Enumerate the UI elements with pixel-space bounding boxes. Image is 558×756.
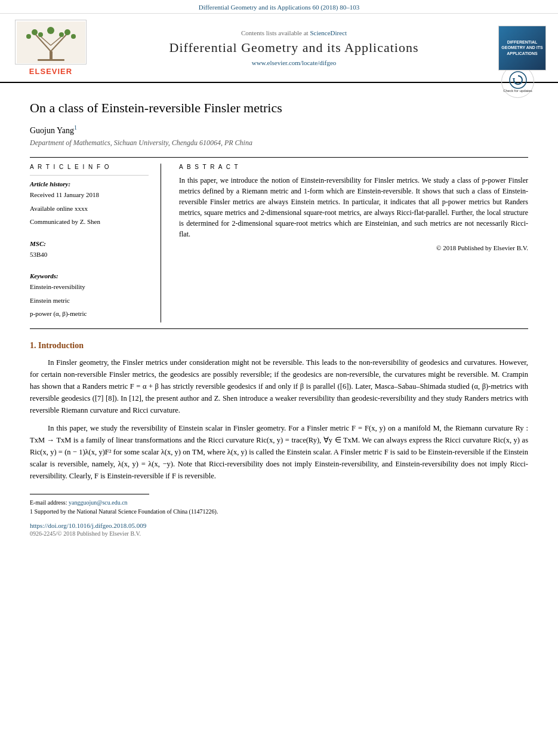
journal-bar: Differential Geometry and its Applicatio… xyxy=(0,0,558,14)
abstract-heading: A B S T R A C T xyxy=(179,164,528,170)
available-online: Available online xxxx xyxy=(30,204,149,214)
sciencedirect-anchor[interactable]: ScienceDirect xyxy=(310,29,347,36)
doi-link[interactable]: https://doi.org/10.1016/j.difgeo.2018.05… xyxy=(30,522,528,529)
svg-rect-1 xyxy=(50,51,53,60)
article-info-column: A R T I C L E I N F O Article history: R… xyxy=(30,164,161,322)
svg-point-9 xyxy=(59,32,64,37)
elsevier-label: ELSEVIER xyxy=(29,67,72,76)
introduction-paragraph-2: In this paper, we study the reversibilit… xyxy=(30,422,528,482)
footnote-1: 1 Supported by the National Natural Scie… xyxy=(30,507,528,516)
author-line: Guojun Yang1 xyxy=(30,124,528,136)
msc-value: 53B40 xyxy=(30,250,149,260)
svg-point-8 xyxy=(38,32,43,37)
svg-point-7 xyxy=(64,29,70,35)
article-title: On a class of Einstein-reversible Finsle… xyxy=(30,100,528,117)
copyright-line: © 2018 Published by Elsevier B.V. xyxy=(179,244,528,251)
svg-point-11 xyxy=(26,34,31,39)
svg-point-14 xyxy=(510,72,526,88)
keyword-1: Einstein-reversibility xyxy=(30,282,149,292)
keywords-label: Keywords: xyxy=(30,272,149,279)
check-updates-label: Check for updates xyxy=(503,89,532,93)
communicated-by: Communicated by Z. Shen xyxy=(30,217,149,227)
journal-cover-logo: DIFFERENTIAL GEOMETRY AND ITS APPLICATIO… xyxy=(498,26,546,70)
email-label: E-mail address: xyxy=(30,499,67,506)
email-link[interactable]: yangguojun@scu.edu.cn xyxy=(69,499,128,506)
introduction-heading: 1. Introduction xyxy=(30,341,528,351)
article-info-heading: A R T I C L E I N F O xyxy=(30,164,149,170)
history-label: Article history: xyxy=(30,180,149,188)
title-rule xyxy=(30,157,528,158)
info-rule xyxy=(30,175,149,176)
sciencedirect-link: Contents lists available at ScienceDirec… xyxy=(95,29,492,36)
svg-point-6 xyxy=(32,29,38,35)
author-name: Guojun Yang xyxy=(30,125,74,134)
svg-point-10 xyxy=(47,27,54,34)
abstract-rule xyxy=(30,328,528,329)
elsevier-tree-logo xyxy=(15,20,87,64)
introduction-paragraph-1: In Finsler geometry, the Finsler metrics… xyxy=(30,357,528,416)
footer-rule xyxy=(30,494,149,494)
info-section: A R T I C L E I N F O Article history: R… xyxy=(30,164,528,322)
elsevier-logo: ELSEVIER xyxy=(12,20,90,76)
journal-center: Contents lists available at ScienceDirec… xyxy=(95,29,492,66)
issn-line: 0926-2245/© 2018 Published by Elsevier B… xyxy=(30,530,528,537)
affiliation: Department of Mathematics, Sichuan Unive… xyxy=(30,139,528,147)
journal-header: ELSEVIER Contents lists available at Sci… xyxy=(0,14,558,83)
main-content: Check for updates On a class of Einstein… xyxy=(0,83,558,549)
journal-cover-text: DIFFERENTIAL GEOMETRY AND ITS APPLICATIO… xyxy=(501,39,543,56)
keyword-2: Einstein metric xyxy=(30,296,149,306)
footnote-email: E-mail address: yangguojun@scu.edu.cn xyxy=(30,498,528,507)
journal-url: www.elsevier.com/locate/difgeo xyxy=(95,59,492,66)
updates-icon xyxy=(509,71,527,89)
msc-label: MSC: xyxy=(30,240,149,247)
journal-title: Differential Geometry and its Applicatio… xyxy=(95,40,492,56)
author-superscript: 1 xyxy=(74,124,77,131)
svg-marker-15 xyxy=(513,78,515,81)
abstract-section: A B S T R A C T In this paper, we introd… xyxy=(179,164,528,322)
abstract-text: In this paper, we introduce the notion o… xyxy=(179,175,528,239)
received-date: Received 11 January 2018 xyxy=(30,190,149,200)
svg-point-12 xyxy=(71,34,76,39)
journal-reference: Differential Geometry and its Applicatio… xyxy=(199,4,360,11)
keyword-3: p-power (α, β)-metric xyxy=(30,309,149,319)
tree-svg xyxy=(17,21,85,63)
svg-rect-13 xyxy=(38,59,64,61)
